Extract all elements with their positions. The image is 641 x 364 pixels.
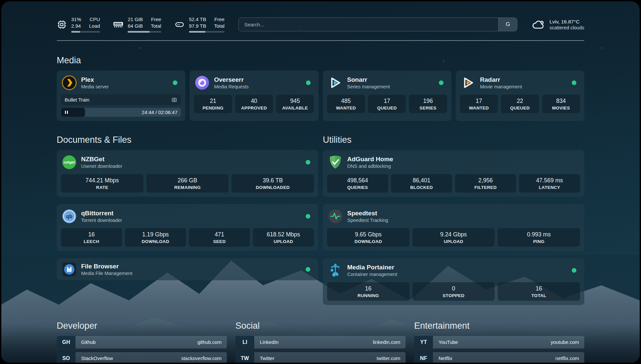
cpu-progress-bar — [71, 31, 100, 33]
bookmark-name: LinkedIn — [260, 336, 279, 349]
section-title-documents: Documents & Files — [57, 135, 318, 145]
search-engine-button[interactable]: G — [498, 18, 517, 31]
stat-tile: 47.569 ms LATENCY — [519, 174, 580, 193]
bookmark-url: linkedin.com — [373, 336, 400, 349]
stat-tile: 0.993 ms PING — [498, 228, 580, 247]
stat-tile: 1.19 Gbps DOWNLOAD — [125, 228, 186, 247]
section-title-developer: Developer — [57, 321, 227, 331]
stat-tile: 39.6 TB DOWNLOADED — [231, 174, 314, 193]
section-title-media: Media — [57, 55, 584, 66]
disk-free-value: 52.4 TB — [189, 16, 206, 23]
app-card-overseerr[interactable]: Overseerr Media Requests 21 PENDING 40 A… — [190, 71, 318, 121]
app-title: AdGuard Home — [347, 156, 393, 163]
section-title-utilities: Utilities — [323, 135, 584, 145]
app-card-adguard[interactable]: AdGuard Home DNS and adblocking 498,564 … — [323, 150, 584, 197]
stat-tile: 16 TOTAL — [498, 282, 580, 301]
app-title: Plex — [81, 76, 109, 83]
bookmark-url: stackoverflow.com — [181, 352, 222, 363]
bookmark-name: Twitter — [260, 352, 274, 363]
app-card-portainer[interactable]: Media Portainer Container management 16 … — [323, 258, 584, 305]
stat-tile: 9.65 Gbps DOWNLOAD — [327, 228, 410, 247]
app-card-radarr[interactable]: Radarr Movie management 17 WANTED 22 QUE… — [456, 71, 584, 121]
pause-icon[interactable] — [64, 110, 69, 114]
cpu-usage-value: 31% — [71, 16, 81, 23]
memory-total-value: 64 GiB — [128, 23, 143, 29]
plex-icon — [62, 75, 77, 90]
app-subtitle: Media Requests — [214, 84, 249, 89]
stat-tile: 22 QUEUED — [501, 95, 539, 113]
search-bar: G — [238, 17, 518, 31]
bookmark-abbr: TW — [235, 352, 254, 363]
status-dot — [572, 268, 576, 273]
bookmark-abbr: YT — [414, 336, 433, 349]
adguard-icon — [328, 155, 343, 170]
status-dot — [439, 80, 443, 85]
bookmark-abbr: GH — [57, 336, 76, 349]
app-card-speedtest[interactable]: Speedtest Speedtest Tracking 9.65 Gbps D… — [323, 204, 584, 251]
app-title: Sonarr — [347, 76, 390, 83]
cpu-icon — [57, 19, 67, 30]
stat-tile: 834 MOVIES — [542, 95, 580, 113]
nzbget-icon: nzbget — [62, 155, 77, 170]
cpu-load-value: 2.94 — [71, 23, 81, 29]
stat-tile: 618.52 Mbps UPLOAD — [253, 228, 314, 247]
stat-tile: 471 SEED — [189, 228, 250, 247]
stat-tile: 16 LEECH — [61, 228, 122, 247]
app-subtitle: Speedtest Tracking — [347, 218, 388, 223]
weather-condition: scattered clouds — [549, 25, 584, 30]
disk-total-label: Total — [214, 23, 225, 29]
cpu-load-label: Load — [89, 23, 100, 29]
playback-progress-bar[interactable]: 24:44 / 02:06:47 — [61, 108, 181, 117]
app-card-filebrowser[interactable]: File Browser Media File Management — [57, 258, 318, 280]
app-title: Radarr — [480, 76, 522, 83]
bookmark-twitter[interactable]: TW Twitter twitter.com — [235, 352, 406, 363]
bookmark-linkedin[interactable]: LI LinkedIn linkedin.com — [235, 336, 406, 349]
app-card-plex[interactable]: Plex Media server Bullet Train — [57, 71, 185, 121]
bookmark-github[interactable]: GH Github github.com — [57, 336, 227, 349]
bookmark-name: Github — [81, 336, 96, 349]
memory-stat: 21 GiB Free 64 GiB Total — [113, 16, 161, 33]
radarr-icon — [461, 75, 476, 90]
bookmark-url: netflix.com — [555, 352, 579, 363]
portainer-icon — [328, 263, 343, 278]
app-card-qbittorrent[interactable]: qb qBittorrent Torrent downloader — [57, 204, 318, 251]
search-input[interactable] — [238, 17, 518, 31]
bookmark-name: StackOverflow — [81, 352, 113, 363]
stat-tile: 16 RUNNING — [327, 282, 410, 301]
bookmark-name: Netflix — [439, 352, 452, 363]
bookmark-stackoverflow[interactable]: SO StackOverflow stackoverflow.com — [57, 352, 227, 363]
memory-free-label: Free — [151, 16, 161, 23]
svg-text:qb: qb — [66, 213, 72, 219]
app-subtitle: DNS and adblocking — [347, 164, 393, 169]
disk-stat: 52.4 TB Free 97.9 TB Total — [174, 16, 225, 33]
app-subtitle: Series management — [347, 84, 390, 89]
status-dot — [306, 160, 310, 165]
overseerr-icon — [195, 75, 210, 90]
stat-tile: 0 STOPPED — [412, 282, 495, 301]
bookmark-youtube[interactable]: YT YouTube youtube.com — [414, 336, 584, 349]
bookmark-abbr: LI — [235, 336, 254, 349]
dashboard-window: 31% CPU 2.94 Load — [1, 1, 640, 363]
memory-free-value: 21 GiB — [128, 16, 143, 23]
header-divider — [57, 40, 584, 41]
memory-total-label: Total — [151, 23, 161, 29]
bookmark-abbr: NF — [414, 352, 433, 363]
sonarr-icon — [328, 75, 343, 90]
now-playing-title: Bullet Train — [65, 97, 89, 103]
playback-time: 24:44 / 02:06:47 — [142, 109, 177, 115]
bookmark-netflix[interactable]: NF Netflix netflix.com — [414, 352, 584, 363]
disk-free-label: Free — [214, 16, 225, 23]
bookmark-abbr: SO — [57, 352, 76, 363]
app-title: File Browser — [81, 263, 133, 270]
stat-tile: 266 GB REMAINING — [146, 174, 229, 193]
filebrowser-icon — [62, 262, 77, 277]
section-title-social: Social — [235, 321, 406, 331]
app-subtitle: Torrent downloader — [81, 218, 122, 223]
cloud-icon — [531, 17, 545, 31]
stat-tile: 196 SERIES — [409, 95, 447, 113]
status-dot — [173, 80, 177, 85]
stat-tile: 86,401 BLOCKED — [391, 174, 452, 193]
app-card-nzbget[interactable]: nzbget NZBGet Usenet downloader 74 — [57, 150, 318, 197]
app-card-sonarr[interactable]: Sonarr Series management 485 WANTED 17 Q… — [323, 71, 451, 121]
status-dot — [572, 80, 576, 85]
